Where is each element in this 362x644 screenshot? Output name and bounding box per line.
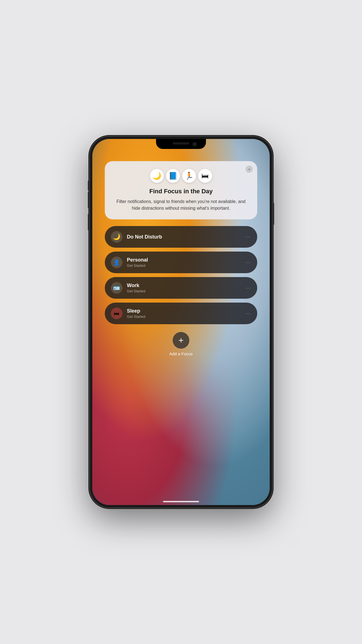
personal-name: Personal	[127, 257, 245, 263]
silent-button[interactable]	[88, 181, 90, 191]
close-button[interactable]: ×	[246, 166, 253, 173]
work-name: Work	[127, 283, 245, 288]
focus-list: 🌙 Do Not Disturb ··· 👤 Personal Get Star…	[105, 226, 257, 324]
personal-subtitle: Get Started	[127, 263, 245, 268]
sleep-text: Sleep Get Started	[127, 308, 245, 319]
do-not-disturb-icon: 🌙	[111, 231, 123, 243]
add-focus-area: + Add a Focus	[169, 332, 193, 356]
do-not-disturb-more-button[interactable]: ···	[245, 234, 251, 240]
screen-content: × 🌙 📘 🏃 🛏 Find Focus in the Day Filter n…	[92, 139, 270, 505]
work-icon: 🪪	[111, 282, 123, 294]
focus-info-card: × 🌙 📘 🏃 🛏 Find Focus in the Day Filter n…	[105, 161, 257, 219]
volume-up-button[interactable]	[88, 192, 90, 208]
work-text: Work Get Started	[127, 283, 245, 293]
focus-item-do-not-disturb[interactable]: 🌙 Do Not Disturb ···	[105, 226, 257, 248]
fitness-icon: 🏃	[182, 169, 196, 183]
sleep-name: Sleep	[127, 308, 245, 314]
book-icon: 📘	[166, 169, 180, 183]
camera-icon	[193, 142, 197, 146]
focus-icons-row: 🌙 📘 🏃 🛏	[113, 169, 249, 183]
speaker-icon	[173, 142, 189, 144]
home-indicator[interactable]	[163, 501, 199, 502]
work-more-button[interactable]: ···	[245, 285, 251, 291]
focus-item-personal[interactable]: 👤 Personal Get Started ···	[105, 252, 257, 273]
do-not-disturb-name: Do Not Disturb	[127, 234, 245, 240]
work-subtitle: Get Started	[127, 289, 245, 293]
focus-item-sleep[interactable]: 🛏 Sleep Get Started ···	[105, 303, 257, 324]
focus-card-description: Filter notifications, signal to friends …	[113, 198, 249, 212]
sleep-subtitle: Get Started	[127, 315, 245, 319]
personal-text: Personal Get Started	[127, 257, 245, 268]
power-button[interactable]	[272, 203, 274, 225]
add-focus-button[interactable]: +	[173, 332, 189, 349]
phone-frame: × 🌙 📘 🏃 🛏 Find Focus in the Day Filter n…	[90, 136, 272, 508]
sleep-icon: 🛏	[111, 308, 123, 319]
bed-icon: 🛏	[198, 169, 212, 183]
moon-icon: 🌙	[150, 169, 164, 183]
focus-card-title: Find Focus in the Day	[113, 188, 249, 195]
volume-down-button[interactable]	[88, 214, 90, 230]
sleep-more-button[interactable]: ···	[245, 311, 251, 316]
add-focus-label: Add a Focus	[169, 351, 193, 356]
notch	[156, 139, 206, 149]
do-not-disturb-text: Do Not Disturb	[127, 234, 245, 240]
personal-icon: 👤	[111, 257, 123, 268]
personal-more-button[interactable]: ···	[245, 260, 251, 265]
focus-item-work[interactable]: 🪪 Work Get Started ···	[105, 277, 257, 299]
phone-screen: × 🌙 📘 🏃 🛏 Find Focus in the Day Filter n…	[92, 139, 270, 505]
